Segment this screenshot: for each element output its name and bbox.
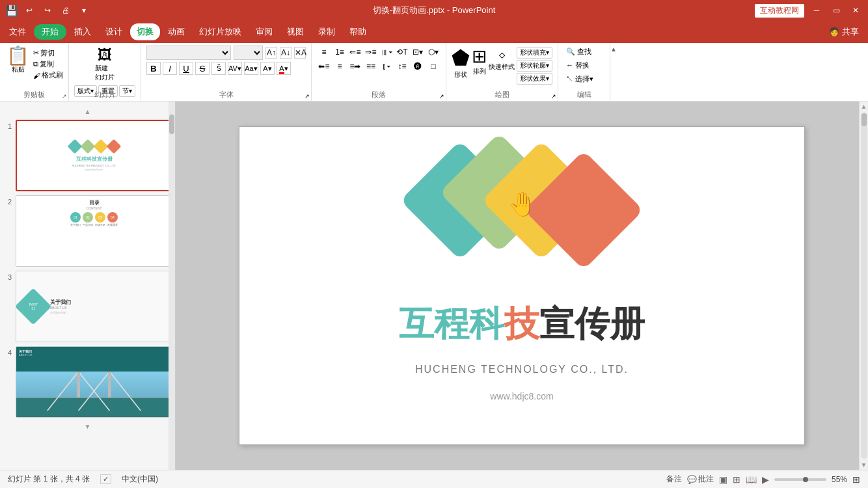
menu-insert[interactable]: 插入	[68, 23, 98, 40]
increase-font-btn[interactable]: A↑	[265, 47, 277, 59]
quick-styles-btn[interactable]: ⬦ 快速样式	[489, 46, 515, 72]
customize-btn[interactable]: ▾	[77, 3, 91, 18]
menu-review[interactable]: 审阅	[249, 23, 279, 40]
menu-design[interactable]: 设计	[99, 23, 129, 40]
select-btn[interactable]: ↖ 选择▾	[563, 73, 604, 85]
slides-scrollbar[interactable]	[169, 102, 175, 470]
svg-rect-0	[16, 398, 172, 417]
print-btn[interactable]: 🖨	[59, 3, 73, 18]
highlight-btn[interactable]: A▾	[260, 62, 275, 75]
numbering-btn[interactable]: 1≡	[332, 46, 347, 59]
drawing-expand[interactable]: ↗	[551, 93, 556, 100]
menu-home[interactable]: 开始	[34, 24, 66, 40]
replace-btn[interactable]: ↔ 替换	[563, 59, 604, 72]
columns-btn[interactable]: ⫿▾	[379, 60, 394, 73]
paste-btn[interactable]: 📋 粘贴	[5, 46, 31, 75]
copy-btn[interactable]: ⧉复制	[33, 59, 63, 69]
align-right-btn[interactable]: ≡➡	[348, 60, 362, 73]
align-text-btn[interactable]: ⊡▾	[411, 46, 425, 59]
menu-slideshow[interactable]: 幻灯片放映	[193, 23, 248, 40]
slide-item-2[interactable]: 2 目录 CONTENT 01 关于我们 02 产品介绍	[3, 195, 172, 267]
shape-effect-btn[interactable]: 形状效果▾	[517, 73, 552, 85]
close-btn[interactable]: ✕	[848, 3, 863, 18]
redo-btn[interactable]: ↪	[40, 3, 55, 18]
decrease-indent-btn[interactable]: ⇐≡	[348, 46, 362, 59]
increase-indent-btn[interactable]: ⇒≡	[364, 46, 378, 59]
bullets-btn[interactable]: ≡	[317, 46, 331, 59]
main-title[interactable]: 互程科技宣传册	[239, 301, 804, 348]
cut-btn[interactable]: ✂剪切	[33, 48, 63, 58]
accessibility-btn[interactable]: ✓	[100, 474, 111, 484]
format-painter-btn[interactable]: 🖌格式刷	[33, 70, 63, 80]
shade-btn[interactable]: 🅐	[411, 60, 425, 73]
slide-thumb-3[interactable]: PART01 关于我们 ABOUT US 公司简介内容	[16, 271, 172, 342]
shape-outline-btn[interactable]: 形状轮廓▾	[517, 60, 552, 72]
slide-thumb-2[interactable]: 目录 CONTENT 01 关于我们 02 产品介绍 03	[16, 195, 172, 267]
collapse-icon[interactable]: ▲	[610, 46, 617, 53]
clipboard-expand[interactable]: ↗	[62, 93, 67, 100]
cut-label: 剪切	[40, 48, 55, 58]
comments-btn[interactable]: 💬 批注	[687, 474, 714, 485]
find-btn[interactable]: 🔍 查找	[563, 46, 604, 58]
italic-btn[interactable]: I	[163, 62, 177, 75]
canvas-scroll-up[interactable]: ▲	[860, 102, 868, 111]
minimize-btn[interactable]: ─	[809, 3, 824, 18]
slide-thumb-4[interactable]: 关于我们 ABOUT US	[16, 346, 172, 418]
slide-item-1[interactable]: 1 互程科技宣传册 HUCHENG TECHNOLOGY CO., LTD. w…	[3, 120, 172, 191]
undo-btn[interactable]: ↩	[22, 3, 36, 18]
font-name-select[interactable]	[146, 46, 231, 60]
new-slide-btn[interactable]: 🖼 新建幻灯片	[94, 46, 116, 83]
underline-btn[interactable]: U	[179, 62, 193, 75]
menu-help[interactable]: 帮助	[343, 23, 373, 40]
notes-btn[interactable]: 备注	[666, 474, 682, 485]
decrease-font-btn[interactable]: A↓	[280, 47, 292, 59]
clear-format-btn[interactable]: ✕A	[294, 47, 306, 59]
align-center-btn[interactable]: ≡	[332, 60, 347, 73]
char-spacing-btn[interactable]: AV▾	[228, 62, 242, 75]
case-btn[interactable]: Aa▾	[244, 62, 258, 75]
slide-canvas[interactable]: 🤚 互程科技宣传册 HUCHENG TECHNOLOGY CO., LTD. w…	[239, 126, 805, 445]
slide-item-3[interactable]: 3 PART01 关于我们 ABOUT US 公司简介内容	[3, 271, 172, 342]
reading-view-btn[interactable]: 📖	[746, 474, 757, 485]
line-spacing-btn[interactable]: ↕≡	[395, 60, 409, 73]
normal-view-btn[interactable]: ▣	[719, 474, 727, 485]
slide-sorter-btn[interactable]: ⊞	[733, 474, 740, 485]
menu-animation[interactable]: 动画	[161, 23, 191, 40]
smartart-btn[interactable]: ⬡▾	[426, 46, 441, 59]
canvas-scrollbar[interactable]: ▲ ▼	[859, 102, 868, 470]
main-area: ▲ 1 互程科技宣传册 HUCHENG TECHNOLOGY CO., LTD.…	[0, 102, 868, 470]
align-left-btn[interactable]: ⬅≡	[317, 60, 331, 73]
font-color-btn[interactable]: A▾	[277, 62, 291, 75]
shapes-btn[interactable]: ⬟ 形状	[452, 46, 470, 79]
canvas-scroll-down[interactable]: ▼	[860, 460, 868, 470]
strikethrough-btn[interactable]: S	[195, 62, 210, 75]
font-expand[interactable]: ↗	[305, 93, 310, 100]
fit-btn[interactable]: ⊞	[852, 474, 860, 485]
section-btn[interactable]: 节▾	[119, 85, 135, 97]
menu-transition[interactable]: 切换	[130, 23, 160, 40]
slideshow-btn[interactable]: ▶	[762, 474, 769, 485]
share-btn[interactable]: 🧑 共享	[822, 23, 865, 40]
arrange-btn[interactable]: ⊞ 排列	[472, 46, 487, 76]
justify-btn[interactable]: ≡≡	[364, 60, 378, 73]
menu-record[interactable]: 录制	[312, 23, 342, 40]
text-direction-btn[interactable]: ⟲T	[395, 46, 409, 59]
slides-scroll-down[interactable]: ▼	[3, 422, 172, 431]
ribbon-collapse[interactable]: ▲	[610, 43, 621, 101]
slides-scroll-up[interactable]: ▲	[3, 107, 172, 116]
border-btn[interactable]: □	[426, 60, 441, 73]
column-btn[interactable]: ⫼▾	[379, 46, 394, 59]
slide-thumb-1[interactable]: 互程科技宣传册 HUCHENG TECHNOLOGY CO., LTD. www…	[16, 120, 172, 191]
thumb-2-circle-4: 04	[107, 212, 118, 223]
slide-item-4[interactable]: 4 关于我们	[3, 346, 172, 418]
font-size-select[interactable]	[234, 46, 263, 60]
zoom-slider[interactable]	[774, 478, 826, 481]
menu-file[interactable]: 文件	[3, 23, 33, 40]
bold-btn[interactable]: B	[146, 62, 161, 75]
shape-fill-btn[interactable]: 形状填充▾	[517, 47, 552, 59]
menu-view[interactable]: 视图	[280, 23, 310, 40]
restore-btn[interactable]: ▭	[829, 3, 843, 18]
shadow-btn[interactable]: S̈	[211, 62, 226, 75]
para-expand[interactable]: ↗	[439, 93, 444, 100]
tutorial-btn[interactable]: 互动教程网	[755, 4, 804, 18]
